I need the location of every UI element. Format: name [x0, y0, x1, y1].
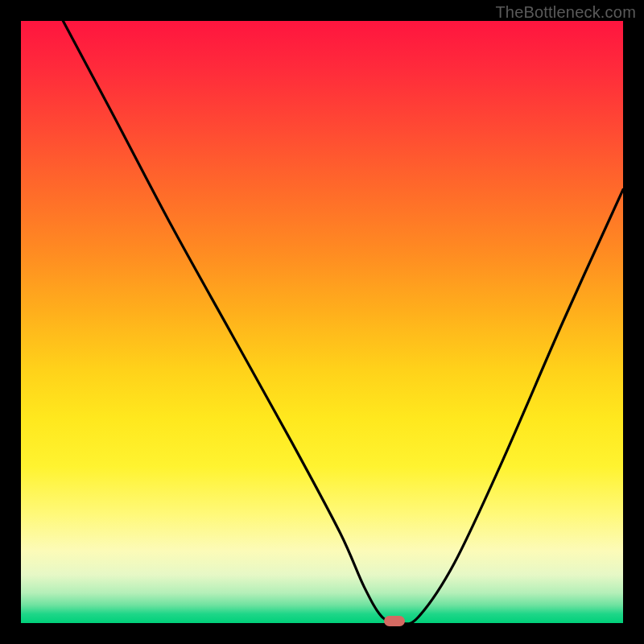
plot-area — [21, 21, 623, 623]
bottleneck-curve — [21, 21, 623, 623]
optimal-marker — [384, 616, 405, 626]
chart-container: TheBottleneck.com — [0, 0, 644, 644]
watermark-text: TheBottleneck.com — [495, 3, 636, 22]
